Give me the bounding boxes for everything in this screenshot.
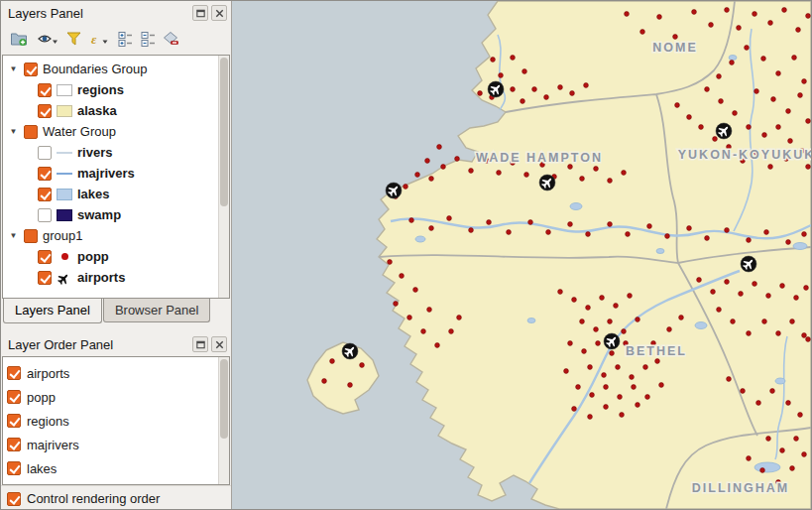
layer-item[interactable]: rivers xyxy=(5,142,229,163)
popp-dot xyxy=(636,403,640,408)
popp-dot xyxy=(413,288,418,293)
popp-dot xyxy=(360,363,365,368)
layer-checkbox[interactable] xyxy=(38,208,52,222)
popp-dot xyxy=(786,401,791,406)
popp-dot xyxy=(717,74,722,79)
map-canvas[interactable]: NOMEWADE HAMPTONYUKON-KOYUKUKBETHELDILLI… xyxy=(232,1,811,509)
popp-dot xyxy=(511,56,516,61)
popp-dot xyxy=(572,298,577,303)
popp-dot xyxy=(330,359,335,364)
close-panel-icon[interactable] xyxy=(211,5,227,21)
layer-checkbox[interactable] xyxy=(38,83,52,97)
tab-browser-panel[interactable]: Browser Panel xyxy=(103,299,211,322)
popp-dot xyxy=(794,437,799,442)
layer-checkbox[interactable] xyxy=(24,125,38,139)
popp-dot xyxy=(528,220,533,225)
layer-checkbox[interactable] xyxy=(7,366,21,380)
popp-dot xyxy=(415,173,420,178)
layer-order-item[interactable]: regions xyxy=(7,409,229,433)
layer-order-list: airportspoppregionsmajriverslakes xyxy=(3,357,229,480)
popp-dot xyxy=(780,284,785,289)
popp-dot xyxy=(709,23,714,28)
order-scrollbar[interactable] xyxy=(218,357,229,484)
popp-dot xyxy=(457,316,462,320)
layer-checkbox[interactable] xyxy=(38,188,52,201)
popp-dot xyxy=(640,30,645,35)
popp-dot xyxy=(608,222,613,227)
expand-all-icon[interactable] xyxy=(115,27,135,51)
region-label: NOME xyxy=(652,41,698,55)
popp-dot xyxy=(687,115,692,120)
popp-dot xyxy=(647,224,652,229)
popp-dot xyxy=(455,157,460,162)
map-themes-icon[interactable] xyxy=(35,27,60,51)
layer-checkbox[interactable] xyxy=(7,414,21,428)
tree-scrollbar[interactable] xyxy=(218,56,229,298)
popp-dot xyxy=(478,91,483,96)
layer-item[interactable]: swamp xyxy=(5,204,229,225)
layer-checkbox[interactable] xyxy=(38,146,52,160)
popp-dot xyxy=(602,373,607,378)
popp-dot xyxy=(796,28,801,33)
layer-checkbox[interactable] xyxy=(24,229,38,243)
layer-group-item[interactable]: ▼group1 xyxy=(5,225,229,246)
expander-icon[interactable]: ▼ xyxy=(8,231,19,240)
layer-checkbox[interactable] xyxy=(38,271,52,285)
layer-item[interactable]: regions xyxy=(5,79,229,100)
layer-item[interactable]: alaska xyxy=(5,100,229,121)
popp-dot xyxy=(733,111,738,116)
layer-order-label: majrivers xyxy=(27,438,79,452)
layer-group-item[interactable]: ▼Boundaries Group xyxy=(5,59,229,79)
layers-panel-header: Layers Panel xyxy=(1,1,231,25)
popp-dot xyxy=(768,21,773,26)
layer-order-item[interactable]: majrivers xyxy=(7,433,229,456)
layer-item[interactable]: lakes xyxy=(5,184,229,204)
popp-dot xyxy=(739,292,744,297)
popp-dot xyxy=(798,93,803,98)
expression-filter-icon[interactable]: ε xyxy=(86,27,112,51)
layer-order-item[interactable]: airports xyxy=(7,361,229,385)
layer-checkbox[interactable] xyxy=(38,250,52,264)
layer-item[interactable]: majrivers xyxy=(5,163,229,184)
popp-dot xyxy=(790,319,795,324)
popp-dot xyxy=(580,177,585,182)
layer-checkbox[interactable] xyxy=(7,461,21,475)
layer-checkbox[interactable] xyxy=(7,390,21,404)
tab-layers-panel[interactable]: Layers Panel xyxy=(3,299,102,323)
control-rendering-order-label: Control rendering order xyxy=(27,491,160,506)
popp-dot xyxy=(570,91,575,96)
expander-icon[interactable]: ▼ xyxy=(8,64,19,73)
popp-dot xyxy=(404,185,408,190)
remove-layer-icon[interactable] xyxy=(161,27,180,51)
popp-dot xyxy=(713,137,718,142)
popp-dot xyxy=(441,165,446,170)
close-panel-icon[interactable] xyxy=(211,336,227,352)
layer-checkbox[interactable] xyxy=(7,438,21,451)
popp-dot xyxy=(679,316,684,320)
filter-legend-icon[interactable] xyxy=(63,27,83,51)
layer-item[interactable]: airports xyxy=(5,267,229,288)
popp-dot xyxy=(725,228,730,233)
layer-checkbox[interactable] xyxy=(24,63,38,76)
float-panel-icon[interactable] xyxy=(192,336,208,352)
layer-checkbox[interactable] xyxy=(38,167,52,181)
popp-dot xyxy=(802,232,807,237)
control-rendering-order-checkbox[interactable] xyxy=(7,492,21,506)
expander-icon[interactable]: ▼ xyxy=(8,127,19,136)
popp-dot xyxy=(394,302,399,307)
float-panel-icon[interactable] xyxy=(192,5,208,21)
add-group-icon[interactable] xyxy=(6,27,32,51)
dock-tabs: Layers Panel Browser Panel xyxy=(1,299,231,324)
layers-panel-window-buttons xyxy=(192,5,227,21)
layer-item[interactable]: popp xyxy=(5,246,229,267)
popp-dot xyxy=(667,327,672,332)
collapse-all-icon[interactable] xyxy=(138,27,158,51)
layer-order-item[interactable]: lakes xyxy=(7,456,229,480)
popp-dot xyxy=(618,395,623,400)
layer-checkbox[interactable] xyxy=(38,104,52,118)
layer-group-item[interactable]: ▼Water Group xyxy=(5,121,229,142)
popp-dot xyxy=(753,282,757,287)
layer-order-item[interactable]: popp xyxy=(7,385,229,409)
airport-marker xyxy=(342,343,358,359)
popp-dot xyxy=(705,236,710,241)
